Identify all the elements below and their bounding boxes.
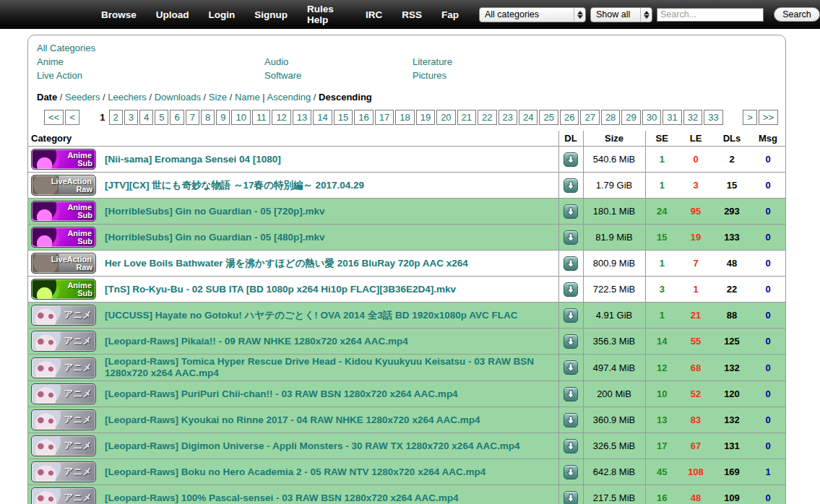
- page-prev-button[interactable]: <: [65, 110, 79, 125]
- page-button-13[interactable]: 13: [293, 110, 311, 125]
- page-button-4[interactable]: 4: [139, 110, 153, 125]
- torrent-title-link[interactable]: [Leopard-Raws] PuriPuri Chii-chan!! - 03…: [105, 388, 458, 399]
- category-badge-anime-raw[interactable]: アニメ: [31, 435, 96, 456]
- nav-link-login[interactable]: Login: [209, 9, 236, 20]
- torrent-title-link[interactable]: [Leopard-Raws] Pikaia!! - 09 RAW NHKE 12…: [105, 336, 408, 347]
- nav-link-signup[interactable]: Signup: [254, 9, 288, 20]
- page-button-8[interactable]: 8: [201, 110, 215, 125]
- download-button[interactable]: [564, 491, 578, 504]
- download-button[interactable]: [564, 152, 578, 167]
- torrent-title-link[interactable]: [HorribleSubs] Gin no Guardian - 05 [480…: [105, 232, 325, 243]
- download-button[interactable]: [564, 439, 578, 453]
- page-button-9[interactable]: 9: [216, 110, 230, 125]
- category-badge-anime-raw[interactable]: アニメ: [31, 461, 96, 482]
- torrent-title-link[interactable]: [Nii-sama] Eromanga Sensei 04 [1080]: [105, 154, 281, 165]
- category-badge-anime-raw[interactable]: アニメ: [31, 487, 96, 504]
- page-button-30[interactable]: 30: [642, 110, 661, 125]
- nav-link-irc[interactable]: IRC: [366, 9, 382, 20]
- page-button-2[interactable]: 2: [109, 110, 123, 125]
- torrent-title-link[interactable]: [Leopard-Raws] Tomica Hyper Rescue Drive…: [105, 356, 534, 378]
- download-button[interactable]: [564, 256, 578, 271]
- page-button-29[interactable]: 29: [621, 110, 640, 125]
- page-button-18[interactable]: 18: [395, 110, 414, 125]
- page-button-22[interactable]: 22: [478, 110, 496, 125]
- torrent-title-link[interactable]: [Leopard-Raws] Digimon Universe - Appli …: [105, 440, 519, 451]
- category-badge-anime-sub[interactable]: AnimeSub: [31, 227, 96, 248]
- torrent-title-link[interactable]: Her Love Boils Bathwater 湯を沸かすほどの熱い愛 201…: [105, 258, 468, 269]
- page-last-button[interactable]: >>: [759, 110, 778, 125]
- page-button-10[interactable]: 10: [231, 110, 250, 125]
- page-button-31[interactable]: 31: [663, 110, 681, 125]
- page-button-3[interactable]: 3: [124, 110, 138, 125]
- download-button[interactable]: [564, 360, 578, 375]
- page-next-button[interactable]: >: [743, 110, 757, 125]
- category-badge-anime-raw[interactable]: アニメ: [31, 305, 96, 326]
- category-link-software[interactable]: Software: [264, 70, 301, 81]
- sort-link-leechers[interactable]: Leechers: [108, 92, 146, 103]
- category-link-all[interactable]: All Categories: [37, 43, 95, 53]
- category-badge-anime-raw[interactable]: アニメ: [31, 357, 96, 378]
- category-link-anime[interactable]: Anime: [37, 56, 64, 67]
- page-button-24[interactable]: 24: [519, 110, 538, 125]
- sort-link-ascending[interactable]: Ascending: [267, 92, 311, 103]
- page-button-14[interactable]: 14: [313, 110, 332, 125]
- page-button-17[interactable]: 17: [375, 110, 394, 125]
- page-button-20[interactable]: 20: [436, 110, 455, 125]
- page-button-26[interactable]: 26: [560, 110, 579, 125]
- torrent-title-link[interactable]: [HorribleSubs] Gin no Guardian - 05 [720…: [105, 206, 325, 217]
- sort-link-name[interactable]: Name: [235, 92, 260, 103]
- torrent-title-link[interactable]: [JTV][CX] 世にも奇妙な物語 ～17春の特別編～ 2017.04.29: [105, 180, 364, 191]
- page-first-button[interactable]: <<: [44, 110, 64, 125]
- nav-link-rss[interactable]: RSS: [402, 9, 422, 20]
- page-button-32[interactable]: 32: [683, 110, 702, 125]
- filter-select[interactable]: Show all: [590, 7, 652, 22]
- nav-link-rules-help[interactable]: Rules Help: [307, 4, 346, 25]
- nav-link-fap[interactable]: Fap: [441, 9, 459, 20]
- download-button[interactable]: [564, 413, 578, 427]
- category-badge-anime-raw[interactable]: アニメ: [31, 331, 96, 352]
- category-badge-anime-raw[interactable]: アニメ: [31, 409, 96, 430]
- category-badge-anime-sub[interactable]: AnimeSub: [31, 149, 96, 170]
- download-button[interactable]: [564, 282, 578, 297]
- torrent-title-link[interactable]: [Leopard-Raws] Kyoukai no Rinne 2017 - 0…: [105, 414, 480, 425]
- torrent-title-link[interactable]: [UCCUSS] Hayate no Gotoku! ハヤテのごとく! OVA …: [105, 310, 518, 321]
- download-button[interactable]: [564, 465, 578, 479]
- category-badge-liveaction-raw[interactable]: LiveActionRaw: [31, 253, 96, 274]
- download-button[interactable]: [564, 334, 578, 349]
- download-button[interactable]: [564, 387, 578, 401]
- sort-link-downloads[interactable]: Downloads: [155, 92, 201, 103]
- sort-link-seeders[interactable]: Seeders: [65, 92, 100, 103]
- page-button-12[interactable]: 12: [272, 110, 290, 125]
- category-badge-liveaction-raw[interactable]: LiveActionRaw: [31, 175, 96, 196]
- download-button[interactable]: [564, 308, 578, 323]
- page-button-25[interactable]: 25: [539, 110, 558, 125]
- torrent-title-link[interactable]: [Leopard-Raws] Boku no Hero Academia 2 -…: [105, 466, 485, 477]
- page-button-23[interactable]: 23: [499, 110, 517, 125]
- category-select[interactable]: All categories: [479, 7, 586, 22]
- category-link-pictures[interactable]: Pictures: [413, 70, 446, 81]
- download-button[interactable]: [564, 178, 578, 193]
- download-button[interactable]: [564, 230, 578, 245]
- page-button-15[interactable]: 15: [334, 110, 353, 125]
- nav-link-browse[interactable]: Browse: [101, 9, 137, 20]
- page-button-33[interactable]: 33: [704, 110, 722, 125]
- category-link-audio[interactable]: Audio: [264, 56, 288, 67]
- page-button-16[interactable]: 16: [354, 110, 373, 125]
- page-button-11[interactable]: 11: [252, 110, 271, 125]
- page-button-27[interactable]: 27: [580, 110, 599, 125]
- page-button-21[interactable]: 21: [457, 110, 476, 125]
- nav-link-upload[interactable]: Upload: [156, 9, 189, 20]
- category-link-literature[interactable]: Literature: [413, 56, 452, 67]
- category-badge-anime-sub[interactable]: AnimeSub: [31, 201, 96, 222]
- page-button-28[interactable]: 28: [601, 110, 620, 125]
- category-badge-anime-raw[interactable]: アニメ: [31, 383, 96, 404]
- search-input[interactable]: [657, 8, 764, 22]
- category-badge-anime-sub[interactable]: AnimeSub: [31, 279, 96, 300]
- download-button[interactable]: [564, 204, 578, 219]
- page-button-6[interactable]: 6: [170, 110, 184, 125]
- page-button-5[interactable]: 5: [155, 110, 168, 125]
- torrent-title-link[interactable]: [Leopard-Raws] 100% Pascal-sensei - 03 R…: [105, 492, 458, 503]
- sort-link-size[interactable]: Size: [209, 92, 227, 103]
- page-button-19[interactable]: 19: [416, 110, 435, 125]
- sort-link-descending[interactable]: Descending: [319, 92, 372, 103]
